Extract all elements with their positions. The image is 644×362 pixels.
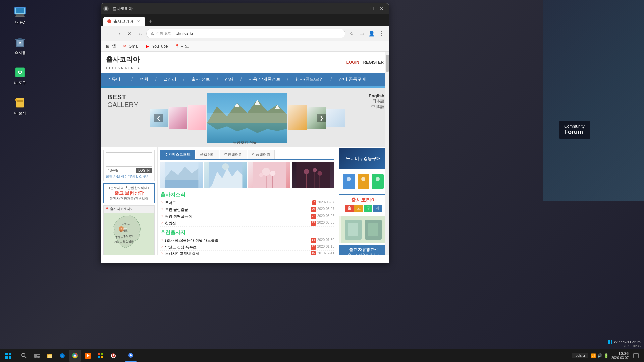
login-link[interactable]: LOGIN	[346, 60, 359, 65]
product-image[interactable]	[339, 216, 388, 243]
gallery-main-image[interactable]	[207, 93, 287, 143]
svg-point-61	[376, 177, 380, 181]
thumb-7[interactable]	[326, 109, 345, 127]
action-center-button[interactable]	[631, 351, 641, 360]
insurance-banner[interactable]: (손보제외, 3만원한도이내) 출고 보험상담 운전자/연금저축/간병보험	[103, 183, 155, 203]
tab-weekly-best[interactable]: 주간베스트포토	[160, 150, 195, 159]
news-item-0-1[interactable]: ☞ 부안 울섬일몰 20 2020-03-07	[160, 206, 334, 213]
brand-name: 출사코리아	[341, 197, 385, 203]
bookmark-star-button[interactable]: ☆	[347, 29, 356, 38]
site-nav: 커뮤니티 / 여행 / 갤러리 / 출사 정보 / 강좌 / 사용기/제품정보 …	[101, 73, 389, 86]
my-pc-label: 내 PC	[15, 20, 25, 25]
taskbar-search-button[interactable]	[18, 350, 30, 362]
taskbar-chrome-button[interactable]	[69, 350, 81, 362]
login-pw-input[interactable]	[106, 160, 152, 167]
nav-travel[interactable]: 여행	[133, 73, 155, 86]
my-pc-icon	[13, 5, 27, 19]
photo-3[interactable]	[248, 162, 291, 188]
taskbar-power-button[interactable]	[107, 350, 119, 362]
ad-banner-2[interactable]	[339, 171, 388, 192]
site-logo-sub: CHULSA KOREA	[106, 66, 146, 70]
nav-products[interactable]: 사용기/제품정보	[242, 73, 287, 86]
site-logo: 출사코리아 CHULSA KOREA	[106, 54, 146, 70]
menu-button[interactable]: ⋮	[377, 29, 386, 38]
news-item-1-1[interactable]: ☞ 악산도 산상 폭수초 22 2020-01-16	[160, 244, 334, 251]
map-image[interactable]: 강원도 경기도 충청남도 충청북도 전라남도 경상남도 경기도	[104, 213, 154, 255]
tab-chulsa[interactable]: 출사코리아 ✕	[103, 17, 145, 26]
login-button[interactable]: LOG IN	[136, 168, 152, 173]
news-item-0-0[interactable]: ☞ 무너도 7 2020-03-07	[160, 200, 334, 206]
svg-rect-70	[9, 356, 11, 359]
address-input[interactable]: ⚠ 주의 요함 | chulsa.kr	[146, 29, 345, 38]
news-item-1-0[interactable]: ☞ (별사 히소)해운대 정월 대보를밑 ... 14 2020-01-30	[160, 237, 334, 244]
photo-4[interactable]	[292, 162, 334, 188]
news-badge-0-1: 20	[311, 207, 316, 212]
close-button[interactable]: ✕	[377, 5, 386, 12]
lang-chinese[interactable]: 中 國語	[369, 104, 384, 110]
register-link-sidebar[interactable]: 회원 가입	[106, 175, 120, 178]
bookmark-youtube[interactable]: ▶ YouTube	[143, 42, 170, 50]
taskbar-clock[interactable]: 10:36 2020-03-07	[611, 351, 629, 360]
taskbar-edge-button[interactable]: e	[56, 350, 68, 362]
forward-button[interactable]: →	[114, 29, 123, 38]
nav-events[interactable]: 행사/공모/모임	[288, 73, 330, 86]
desktop-icon-tools[interactable]: 내 도구	[7, 64, 34, 87]
gallery-prev-button[interactable]: ❮	[154, 114, 163, 122]
thumb-3[interactable]	[188, 105, 206, 130]
news-item-1-2[interactable]: ☞ 부산시민공원빛 축제 15 2019-12-11	[160, 251, 334, 255]
left-sidebar: SAVE LOG IN 회원 가입 아이디/비밀호 찾기 (손보제외, 3만원한…	[101, 147, 158, 255]
taskbar-task-view-button[interactable]	[31, 350, 43, 362]
reload-button[interactable]: ✕	[125, 29, 134, 38]
taskbar-explorer-button[interactable]	[44, 350, 56, 362]
tools-button[interactable]: Tools ▲	[572, 353, 588, 358]
nav-gallery[interactable]: 갤러리	[157, 73, 183, 86]
taskbar-media-button[interactable]	[82, 350, 94, 362]
ad-banner-1[interactable]: 노니비누강동구매	[339, 148, 388, 169]
bookmark-maps[interactable]: 📍 지도	[172, 42, 192, 50]
thumb-5[interactable]	[288, 105, 307, 130]
back-button[interactable]: ←	[103, 29, 113, 38]
register-link[interactable]: REGISTER	[363, 60, 384, 65]
nav-info[interactable]: 출사 정보	[184, 73, 217, 86]
news-badge-1-0: 14	[311, 238, 316, 243]
find-id-link[interactable]: 아이디/비밀호 찾기	[121, 175, 150, 178]
bios-text: BIOS: 10:36	[623, 344, 641, 348]
maximize-button[interactable]: ☐	[367, 5, 376, 12]
new-tab-button[interactable]: +	[146, 17, 155, 26]
cast-button[interactable]: ▭	[357, 29, 366, 38]
nav-market[interactable]: 장터.공동구매	[332, 73, 373, 86]
taskbar-chrome-running[interactable]	[125, 350, 137, 362]
login-id-input[interactable]	[106, 152, 152, 159]
save-checkbox[interactable]	[106, 169, 109, 172]
desktop-icon-my-pc[interactable]: 내 PC	[7, 3, 34, 27]
start-button[interactable]	[0, 349, 17, 362]
desktop-icon-docs[interactable]: 내 문서	[7, 94, 34, 118]
tab-recommended-gallery[interactable]: 추천갤러리	[220, 150, 247, 159]
taskbar-store-button[interactable]	[95, 350, 107, 362]
photo-2[interactable]	[204, 162, 247, 188]
gallery-next-button[interactable]: ❯	[317, 114, 326, 122]
desktop-icon-recycle[interactable]: ♻ 휴지통	[7, 34, 34, 57]
lang-japanese[interactable]: 日本語	[369, 98, 384, 104]
scrollbar-thumb[interactable]	[386, 55, 389, 72]
news-item-0-3[interactable]: ☞ 천병산 23 2020-03-06	[160, 220, 334, 227]
nav-community[interactable]: 커뮤니티	[101, 73, 131, 86]
svg-point-83	[74, 355, 76, 357]
tab-close-button[interactable]: ✕	[136, 19, 141, 24]
tab-quality-gallery[interactable]: 품갤러리	[196, 150, 219, 159]
gallery-banner: BEST GALLERY	[101, 88, 389, 147]
bookmark-apps[interactable]: ⊞ 앱	[103, 42, 119, 50]
svg-point-42	[222, 163, 229, 170]
nav-lecture[interactable]: 강좌	[218, 73, 240, 86]
account-button[interactable]: 👤	[367, 29, 376, 38]
thumb-2[interactable]	[169, 107, 187, 129]
free-board-ad-button[interactable]: 출고 자유광고~! 출고 직접홍보게시판 카메라/휴대폰/인터넷/가전/식품/기…	[339, 245, 388, 255]
browser-scrollbar[interactable]	[385, 52, 389, 255]
lang-english[interactable]: English	[369, 93, 384, 98]
bookmark-gmail[interactable]: ✉ Gmail	[120, 42, 142, 50]
tab-artwork-gallery[interactable]: 작품갤러리	[248, 150, 275, 159]
photo-1[interactable]	[160, 162, 203, 188]
home-button[interactable]: ⌂	[136, 29, 145, 38]
news-item-0-2[interactable]: ☞ 광양 청매실농장 27 2020-03-06	[160, 213, 334, 220]
minimize-button[interactable]: —	[357, 5, 366, 12]
